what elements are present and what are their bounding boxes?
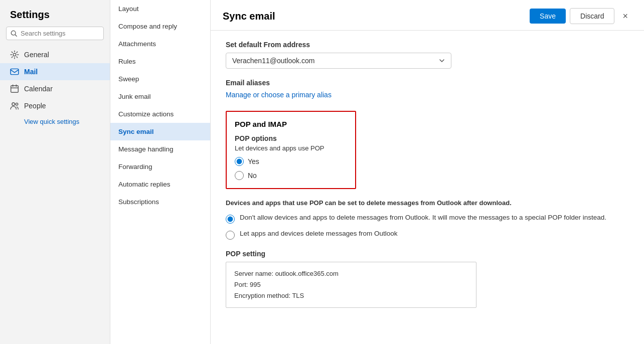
sidebar-label-people: People bbox=[24, 102, 46, 110]
pop-let-apps-option[interactable]: Let apps and devices delete messages fro… bbox=[226, 230, 617, 240]
svg-point-8 bbox=[12, 103, 15, 106]
email-aliases-section: Email aliases Manage or choose a primary… bbox=[226, 79, 629, 99]
save-button[interactable]: Save bbox=[530, 9, 566, 24]
page-title: Sync email bbox=[223, 11, 275, 22]
sidebar-item-mail[interactable]: Mail bbox=[0, 63, 110, 80]
sidebar-label-calendar: Calendar bbox=[24, 85, 53, 93]
pop-dont-allow-radio[interactable] bbox=[226, 215, 235, 224]
svg-rect-3 bbox=[11, 69, 19, 74]
manage-alias-link[interactable]: Manage or choose a primary alias bbox=[226, 91, 332, 99]
view-quick-settings[interactable]: View quick settings bbox=[0, 114, 110, 129]
content-body: Set default From address Verachen11@outl… bbox=[211, 31, 644, 344]
svg-point-9 bbox=[16, 103, 18, 105]
from-address-dropdown[interactable]: Verachen11@outlook.com bbox=[226, 53, 451, 69]
pop-no-option[interactable]: No bbox=[235, 171, 347, 180]
main-content: Sync email Save Discard × Set default Fr… bbox=[211, 0, 644, 344]
main-header: Sync email Save Discard × bbox=[211, 0, 644, 31]
pop-options-title: POP options bbox=[235, 134, 347, 142]
nav-compose-reply[interactable]: Compose and reply bbox=[110, 18, 210, 35]
pop-yes-option[interactable]: Yes bbox=[235, 157, 347, 166]
nav-rules[interactable]: Rules bbox=[110, 53, 210, 70]
pop-encryption: Encryption method: TLS bbox=[234, 290, 468, 301]
pop-dont-allow-option[interactable]: Don't allow devices and apps to delete m… bbox=[226, 214, 617, 224]
pop-use-radio-group: Yes No bbox=[235, 157, 347, 180]
pop-port: Port: 995 bbox=[234, 279, 468, 290]
pop-let-apps-radio[interactable] bbox=[226, 231, 235, 240]
sidebar-item-calendar[interactable]: Calendar bbox=[0, 80, 110, 97]
calendar-icon bbox=[10, 84, 19, 93]
pop-setting-section: POP setting Server name: outlook.office3… bbox=[226, 250, 629, 308]
chevron-down-icon bbox=[439, 58, 445, 64]
pop-server: Server name: outlook.office365.com bbox=[234, 268, 468, 279]
pop-imap-title: POP and IMAP bbox=[235, 120, 347, 128]
gear-icon bbox=[10, 50, 19, 59]
nav-junk-email[interactable]: Junk email bbox=[110, 88, 210, 105]
settings-title: Settings bbox=[0, 0, 110, 27]
mail-icon bbox=[10, 67, 19, 76]
sidebar: Settings General Mail Calendar bbox=[0, 0, 110, 344]
pop-no-radio[interactable] bbox=[235, 171, 244, 180]
svg-rect-4 bbox=[11, 86, 19, 93]
nav-customize-actions[interactable]: Customize actions bbox=[110, 105, 210, 123]
nav-sweep[interactable]: Sweep bbox=[110, 70, 210, 88]
from-address-value: Verachen11@outlook.com bbox=[232, 57, 314, 65]
search-box[interactable] bbox=[6, 27, 104, 40]
nav-panel: Layout Compose and reply Attachments Rul… bbox=[110, 0, 211, 344]
pop-let-apps-label: Let apps and devices delete messages fro… bbox=[240, 230, 397, 237]
nav-layout[interactable]: Layout bbox=[110, 0, 210, 18]
pop-setting-box: Server name: outlook.office365.com Port:… bbox=[226, 262, 476, 308]
sidebar-item-people[interactable]: People bbox=[0, 97, 110, 114]
pop-delete-radio-group: Don't allow devices and apps to delete m… bbox=[226, 214, 629, 240]
email-aliases-label: Email aliases bbox=[226, 79, 629, 87]
close-button[interactable]: × bbox=[618, 9, 632, 24]
discard-button[interactable]: Discard bbox=[570, 8, 614, 24]
nav-automatic-replies[interactable]: Automatic replies bbox=[110, 176, 210, 193]
pop-dont-allow-label: Don't allow devices and apps to delete m… bbox=[240, 214, 606, 221]
pop-yes-radio[interactable] bbox=[235, 157, 244, 166]
svg-line-1 bbox=[15, 35, 17, 36]
sidebar-item-general[interactable]: General bbox=[0, 46, 110, 63]
pop-options-subtitle: Let devices and apps use POP bbox=[235, 144, 347, 152]
sidebar-label-general: General bbox=[24, 51, 49, 59]
search-icon bbox=[11, 30, 18, 37]
search-input[interactable] bbox=[21, 30, 99, 37]
nav-attachments[interactable]: Attachments bbox=[110, 35, 210, 53]
header-actions: Save Discard × bbox=[530, 8, 632, 24]
from-address-label: Set default From address bbox=[226, 41, 629, 49]
nav-subscriptions[interactable]: Subscriptions bbox=[110, 193, 210, 211]
nav-forwarding[interactable]: Forwarding bbox=[110, 158, 210, 176]
pop-yes-label: Yes bbox=[248, 157, 259, 165]
pop-no-label: No bbox=[248, 171, 257, 180]
svg-point-2 bbox=[13, 53, 16, 56]
nav-sync-email[interactable]: Sync email bbox=[110, 123, 210, 140]
pop-imap-box: POP and IMAP POP options Let devices and… bbox=[226, 111, 356, 189]
sidebar-label-mail: Mail bbox=[24, 68, 38, 76]
pop-setting-title: POP setting bbox=[226, 250, 629, 258]
pop-description: Devices and apps that use POP can be set… bbox=[226, 199, 607, 207]
nav-message-handling[interactable]: Message handling bbox=[110, 140, 210, 158]
people-icon bbox=[10, 101, 19, 110]
